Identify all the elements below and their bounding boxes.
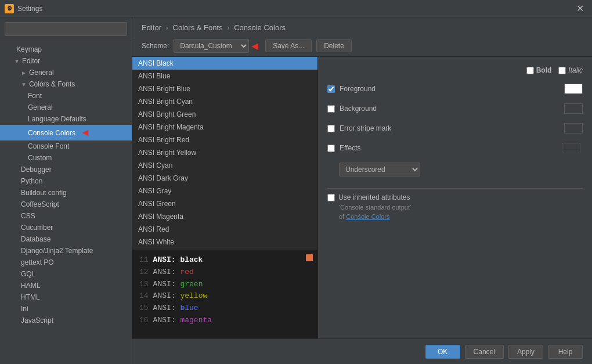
color-item-ansi-white[interactable]: ANSI White [132,236,317,248]
sidebar-item-gql[interactable]: GQL [0,268,132,280]
delete-button[interactable]: Delete [316,39,352,52]
ok-button[interactable]: OK [425,345,460,359]
sidebar-item-editor[interactable]: ▼ Editor [0,55,132,67]
sidebar-item-cucumber[interactable]: Cucumber [0,222,132,233]
sidebar-item-haml[interactable]: HAML [0,280,132,291]
effects-checkbox[interactable] [327,145,335,152]
help-button[interactable]: Help [548,345,583,359]
sidebar-item-django-jinja2[interactable]: Django/Jinja2 Template [0,245,132,257]
color-item-ansi-bright-yellow[interactable]: ANSI Bright Yellow [132,146,317,159]
sidebar-item-console-colors[interactable]: Console Colors ◄ [0,125,132,140]
sidebar-item-label: Python [21,177,42,185]
preview-ansi-label-13: ANSI: [153,280,181,289]
color-item-ansi-red[interactable]: ANSI Red [132,223,317,236]
breadcrumb-sep2: › [227,23,229,32]
color-item-ansi-green[interactable]: ANSI Green [132,197,317,210]
sidebar-item-label: Django/Jinja2 Template [21,247,93,255]
sidebar-item-label: Custom [28,154,52,162]
scheme-label: Scheme: [142,42,169,50]
error-stripe-swatch[interactable] [564,123,583,134]
sidebar-item-label: Console Font [28,142,69,150]
background-checkbox[interactable] [327,105,335,113]
sidebar-item-ini[interactable]: Ini [0,303,132,315]
sidebar-item-debugger[interactable]: Debugger [0,164,132,175]
foreground-checkbox[interactable] [327,85,335,93]
title-bar-title: Settings [17,5,42,13]
preview-blue: blue [180,304,198,312]
color-item-ansi-bright-green[interactable]: ANSI Bright Green [132,108,317,121]
sidebar-item-python[interactable]: Python [0,175,132,187]
sidebar-item-database[interactable]: Database [0,233,132,245]
preview-line-15: 15ANSI: blue [139,302,311,315]
console-desc-text1: 'Console standard output' [339,204,411,211]
sidebar-item-css[interactable]: CSS [0,210,132,222]
italic-checkbox[interactable] [558,67,566,74]
color-item-ansi-dark-gray[interactable]: ANSI Dark Gray [132,172,317,185]
use-inherited-label: Use inherited attributes [338,193,410,201]
sidebar-item-buildout-config[interactable]: Buildout config [0,187,132,199]
color-item-ansi-bright-magenta[interactable]: ANSI Bright Magenta [132,121,317,134]
sidebar-item-colors-fonts[interactable]: ▼ Colors & Fonts [0,78,132,90]
bold-checkbox-group: Bold [526,66,552,74]
sidebar-item-keymap[interactable]: Keymap [0,44,132,55]
sidebar-item-label: CSS [21,212,35,220]
line-number-15: 15 [139,304,149,312]
bold-italic-row: Bold Italic [327,66,583,74]
sidebar-item-console-font[interactable]: Console Font [0,140,132,152]
use-inherited-checkbox[interactable] [327,194,335,201]
console-desc1: 'Console standard output' [339,204,583,211]
color-item-ansi-gray[interactable]: ANSI Gray [132,185,317,197]
background-swatch[interactable] [564,103,583,114]
inherited-section: Use inherited attributes 'Console standa… [327,188,583,220]
bold-checkbox[interactable] [526,67,534,74]
sidebar-item-gettext-po[interactable]: gettext PO [0,257,132,268]
apply-button[interactable]: Apply [508,345,543,359]
color-item-ansi-cyan[interactable]: ANSI Cyan [132,159,317,172]
effects-row: Effects [327,140,583,156]
color-item-ansi-bright-blue[interactable]: ANSI Bright Blue [132,82,317,95]
line-number-14: 14 [139,291,149,300]
color-list: ANSI Black ANSI Blue ANSI Bright Blue AN… [132,57,318,338]
sidebar-item-label: Editor [22,57,40,65]
background-row: Background [327,101,583,116]
sidebar-item-label: General [28,103,53,111]
sidebar-item-general2[interactable]: General [0,102,132,113]
line-number-12: 12 [139,268,149,276]
breadcrumb-colors-fonts: Colors & Fonts [173,23,223,32]
sidebar-item-javascript[interactable]: JavaScript [0,315,132,326]
search-input[interactable] [5,22,127,36]
foreground-swatch[interactable] [564,84,583,94]
preview-line-11: 11ANSI: black [139,254,311,266]
sidebar-item-coffeescript[interactable]: CoffeeScript [0,199,132,210]
effects-type-select[interactable]: Underscored Bold Underscored Underwaved … [339,163,420,176]
save-as-button[interactable]: Save As... [265,39,312,52]
orange-indicator [306,254,313,261]
sidebar-item-language-defaults[interactable]: Language Defaults [0,113,132,125]
title-bar: ⚙ Settings ✕ [0,0,592,17]
sidebar-item-label: JavaScript [21,316,53,325]
sidebar-item-label: HAML [21,282,40,290]
color-item-ansi-bright-red[interactable]: ANSI Bright Red [132,134,317,146]
color-item-ansi-magenta[interactable]: ANSI Magenta [132,210,317,223]
console-colors-link[interactable]: Console Colors [346,213,389,220]
sidebar-item-label: GQL [21,270,35,278]
sidebar-item-label: Debugger [21,165,52,174]
effects-swatch[interactable] [562,143,580,153]
sidebar-item-label: Ini [21,305,28,313]
sidebar-item-font[interactable]: Font [0,90,132,102]
color-item-ansi-blue[interactable]: ANSI Blue [132,70,317,82]
cancel-button[interactable]: Cancel [465,345,504,359]
scheme-select[interactable]: Darcula_Custom [174,39,249,53]
color-item-ansi-bright-cyan[interactable]: ANSI Bright Cyan [132,95,317,108]
sidebar-item-html[interactable]: HTML [0,291,132,303]
sidebar-item-general[interactable]: ► General [0,67,132,78]
color-item-ansi-black[interactable]: ANSI Black [132,57,317,70]
sidebar-item-label: Keymap [16,45,42,53]
preview-line-14: 14ANSI: yellow [139,290,311,302]
sidebar-item-custom[interactable]: Custom [0,152,132,164]
effects-label: Effects [340,144,360,152]
error-stripe-checkbox[interactable] [327,125,335,132]
close-button[interactable]: ✕ [573,2,587,15]
title-bar-left: ⚙ Settings [5,4,42,13]
sidebar-item-label: General [29,69,54,77]
